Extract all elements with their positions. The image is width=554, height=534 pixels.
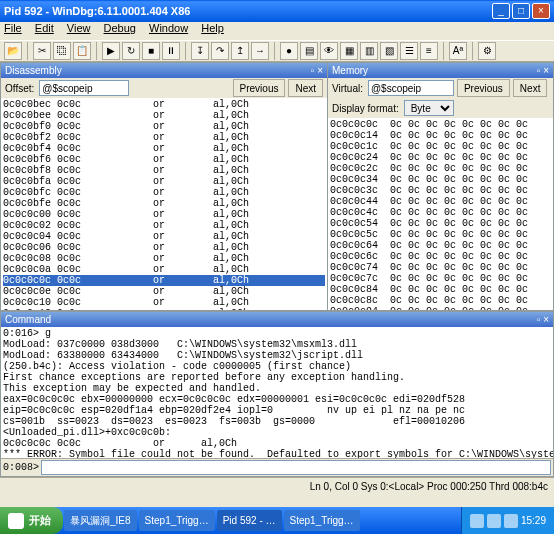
paste-icon[interactable]: 📋 (73, 42, 91, 60)
tray-icon[interactable] (487, 514, 501, 528)
font-icon[interactable]: Aª (449, 42, 467, 60)
toolbar: 📂 ✂ ⿻ 📋 ▶ ↻ ■ ⏸ ↧ ↷ ↥ → ● ▤ 👁 ▦ ▥ ▧ ☰ ≡ … (0, 40, 554, 62)
command-pane: Command▫ × 0:016> g ModLoad: 037c0000 03… (0, 311, 554, 477)
step-over-icon[interactable]: ↷ (211, 42, 229, 60)
locals-icon[interactable]: ▦ (340, 42, 358, 60)
task-2[interactable]: Step1_Trigg… (139, 510, 215, 531)
step-into-icon[interactable]: ↧ (191, 42, 209, 60)
disasm-icon[interactable]: ≡ (420, 42, 438, 60)
calls-icon[interactable]: ☰ (400, 42, 418, 60)
memory-prev-button[interactable]: Previous (457, 79, 510, 97)
memory-close-icon[interactable]: ▫ × (537, 63, 549, 78)
disasm-next-button[interactable]: Next (288, 79, 323, 97)
tray-icon[interactable] (504, 514, 518, 528)
memory-title: Memory (332, 63, 368, 78)
cut-icon[interactable]: ✂ (33, 42, 51, 60)
memory-offset-input[interactable] (368, 80, 454, 96)
virtual-label: Virtual: (332, 83, 363, 94)
stop-icon[interactable]: ■ (142, 42, 160, 60)
run-to-cursor-icon[interactable]: → (251, 42, 269, 60)
command-close-icon[interactable]: ▫ × (537, 312, 549, 327)
start-button[interactable]: 开始 (0, 507, 63, 534)
command-output[interactable]: 0:016> g ModLoad: 037c0000 038d3000 C:\W… (1, 327, 553, 458)
menu-window[interactable]: Window (149, 22, 188, 34)
open-icon[interactable]: 📂 (4, 42, 22, 60)
menu-edit[interactable]: Edit (35, 22, 54, 34)
format-label: Display format: (332, 103, 399, 114)
memory-icon[interactable]: ▧ (380, 42, 398, 60)
command-prompt: 0:008> (3, 462, 39, 473)
command-title: Command (5, 312, 51, 327)
task-4[interactable]: Step1_Trigg… (284, 510, 360, 531)
menu-view[interactable]: View (67, 22, 91, 34)
minimize-button[interactable]: _ (492, 3, 510, 19)
go-icon[interactable]: ▶ (102, 42, 120, 60)
disasm-prev-button[interactable]: Previous (233, 79, 286, 97)
task-3[interactable]: Pid 592 - … (217, 510, 282, 531)
menu-help[interactable]: Help (201, 22, 224, 34)
disassembly-pane: Disassembly▫ × Offset: Previous Next 0c0… (0, 62, 328, 311)
watch-icon[interactable]: 👁 (320, 42, 338, 60)
registers-icon[interactable]: ▥ (360, 42, 378, 60)
memory-format-select[interactable]: Byte (404, 100, 454, 116)
system-tray: 15:29 (461, 507, 554, 534)
task-1[interactable]: 暴风漏洞_IE8 (64, 510, 137, 531)
maximize-button[interactable]: □ (512, 3, 530, 19)
breakpoint-icon[interactable]: ● (280, 42, 298, 60)
memory-body[interactable]: 0c0c0c0c 0c 0c 0c 0c 0c 0c 0c 0c0c0c0c14… (328, 118, 553, 310)
menu-debug[interactable]: Debug (104, 22, 136, 34)
menubar: File Edit View Debug Window Help (0, 22, 554, 40)
close-button[interactable]: × (532, 3, 550, 19)
disasm-close-icon[interactable]: ▫ × (311, 63, 323, 78)
titlebar: Pid 592 - WinDbg:6.11.0001.404 X86 _ □ × (0, 0, 554, 22)
options-icon[interactable]: ⚙ (478, 42, 496, 60)
clock: 15:29 (521, 515, 546, 526)
statusbar: Ln 0, Col 0 Sys 0:<Local> Proc 000:250 T… (0, 477, 554, 495)
command-input[interactable] (41, 460, 551, 475)
tray-icon[interactable] (470, 514, 484, 528)
disasm-title: Disassembly (5, 63, 62, 78)
disasm-body[interactable]: 0c0c0bec 0c0c or al,0Ch0c0c0bee 0c0c or … (1, 98, 327, 310)
windows-logo-icon (8, 513, 24, 529)
copy-icon[interactable]: ⿻ (53, 42, 71, 60)
taskbar: 开始 暴风漏洞_IE8 Step1_Trigg… Pid 592 - … Ste… (0, 507, 554, 534)
break-icon[interactable]: ⏸ (162, 42, 180, 60)
step-out-icon[interactable]: ↥ (231, 42, 249, 60)
menu-file[interactable]: File (4, 22, 22, 34)
command-window-icon[interactable]: ▤ (300, 42, 318, 60)
offset-label: Offset: (5, 83, 34, 94)
memory-next-button[interactable]: Next (513, 79, 548, 97)
memory-pane: Memory▫ × Virtual: Previous Next Display… (328, 62, 554, 311)
restart-icon[interactable]: ↻ (122, 42, 140, 60)
window-title: Pid 592 - WinDbg:6.11.0001.404 X86 (4, 0, 492, 22)
disasm-offset-input[interactable] (39, 80, 129, 96)
